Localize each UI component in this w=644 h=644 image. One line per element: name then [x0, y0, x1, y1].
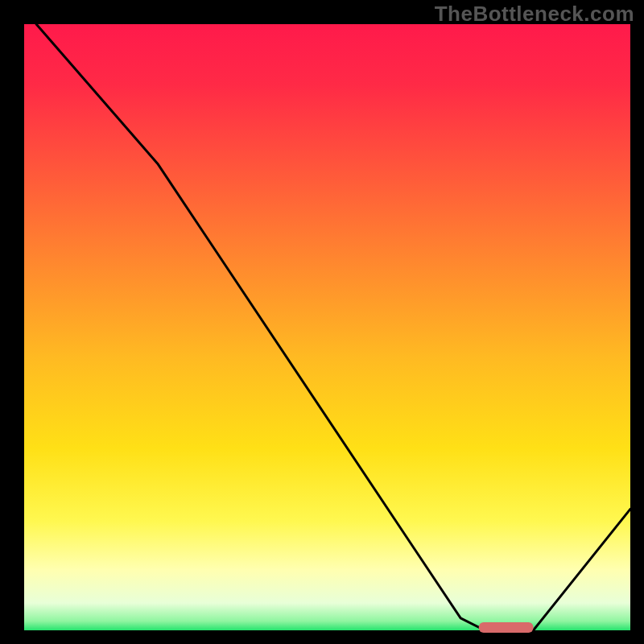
bottleneck-chart: [0, 0, 644, 644]
watermark-text: TheBottleneck.com: [435, 2, 634, 27]
optimal-marker: [479, 622, 534, 633]
chart-frame: TheBottleneck.com: [0, 0, 644, 644]
